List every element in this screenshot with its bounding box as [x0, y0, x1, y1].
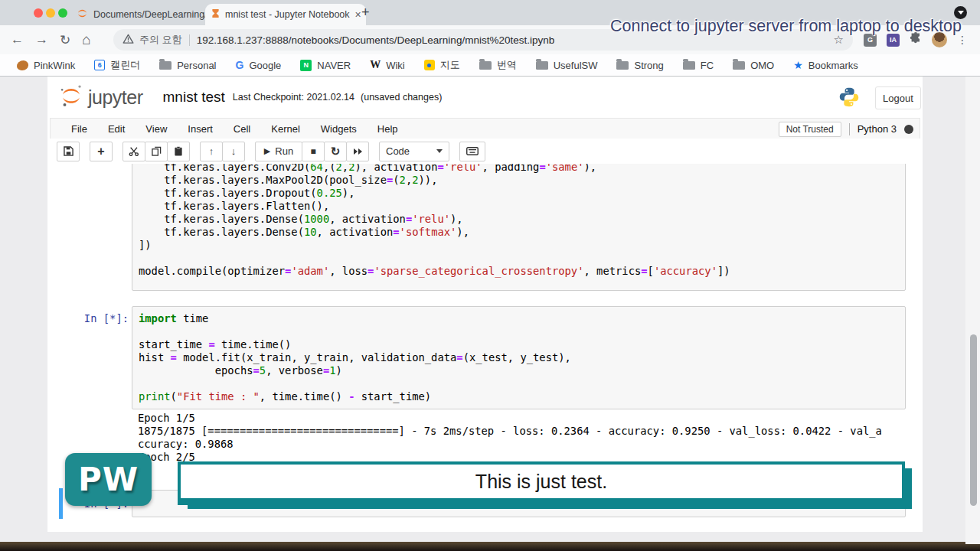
fast-forward-icon: [353, 148, 363, 155]
folder-icon: [536, 61, 548, 70]
bookmark-pinkwink[interactable]: PinkWink: [17, 60, 75, 71]
menu-widgets[interactable]: Widgets: [321, 123, 357, 135]
tab-close-icon[interactable]: ×: [355, 9, 361, 20]
collapse-circle-button[interactable]: [954, 6, 967, 19]
bookmark-omo[interactable]: OMO: [733, 60, 774, 71]
menu-edit[interactable]: Edit: [108, 123, 125, 135]
divider: [189, 34, 190, 46]
window-minimize-button[interactable]: [46, 8, 55, 18]
python-logo-icon: [838, 86, 860, 111]
restart-kernel-button[interactable]: ↻: [324, 142, 347, 161]
logout-button[interactable]: Logout: [875, 86, 921, 109]
bookmark-label: 번역: [497, 58, 517, 72]
cell-output: Epoch 1/51875/1875 [====================…: [138, 412, 882, 464]
jupyter-logo-icon[interactable]: [58, 83, 84, 112]
bookmark-label: PinkWink: [34, 60, 75, 71]
cut-cell-button[interactable]: [122, 142, 145, 161]
cell-prompt: In [*]:: [58, 312, 129, 325]
cell-type-dropdown[interactable]: Code: [379, 142, 449, 161]
bookmark-label: Bookmarks: [808, 60, 858, 71]
save-button[interactable]: [57, 142, 80, 161]
bookmark-label: OMO: [750, 60, 774, 71]
bookmark-calendar[interactable]: 6캘린더: [94, 58, 140, 72]
restart-run-all-button[interactable]: [346, 142, 369, 161]
bookmark-label: Wiki: [386, 60, 405, 71]
caption-banner: This is just test.: [178, 461, 905, 505]
menu-kernel[interactable]: Kernel: [271, 123, 300, 135]
back-icon[interactable]: ←: [11, 32, 24, 47]
bookmark-usefulsw[interactable]: UsefulSW: [536, 60, 598, 71]
kernel-busy-indicator-icon: [904, 125, 913, 134]
folder-icon: [733, 61, 745, 70]
run-cell-button[interactable]: ▶Run: [255, 142, 302, 161]
interrupt-kernel-button[interactable]: ■: [302, 142, 325, 161]
command-palette-button[interactable]: [459, 142, 485, 161]
chevron-down-icon: [436, 149, 443, 153]
paste-cell-button[interactable]: [167, 142, 190, 161]
browser-tab-notebook-active[interactable]: mnist test - Jupyter Notebook ×: [205, 4, 366, 25]
tab-title: Documents/DeepLearning/: [93, 9, 207, 20]
new-tab-button[interactable]: +: [361, 5, 370, 21]
cell-type-value: Code: [386, 145, 410, 157]
copy-cell-button[interactable]: [145, 142, 168, 161]
bookmark-naver[interactable]: NNAVER: [300, 60, 351, 71]
bookmark-label: UsefulSW: [554, 60, 598, 71]
bookmark-bookmarks[interactable]: ★Bookmarks: [793, 59, 858, 71]
wikipedia-icon: W: [370, 59, 381, 71]
bookmark-label: NAVER: [317, 60, 351, 71]
folder-icon: [479, 61, 492, 70]
checkpoint-text: Last Checkpoint: 2021.02.14: [233, 92, 354, 103]
bookmark-label: FC: [701, 60, 714, 71]
code-cell-input[interactable]: import time start_time = time.time()hist…: [132, 306, 906, 409]
code-cell-input[interactable]: tf.keras.layers.Conv2D(64,(2,2), activat…: [132, 152, 906, 291]
stop-icon: ■: [310, 146, 315, 157]
tab-title: mnist test - Jupyter Notebook: [225, 9, 350, 20]
bookmark-strong[interactable]: Strong: [616, 60, 663, 71]
pinkwink-icon: [17, 60, 28, 70]
move-cell-up-button[interactable]: ↑: [200, 142, 223, 161]
home-icon[interactable]: ⌂: [82, 31, 90, 48]
add-cell-button[interactable]: +: [90, 142, 113, 161]
caption-text: This is just test.: [475, 471, 607, 493]
not-trusted-button[interactable]: Not Trusted: [779, 122, 841, 137]
move-cell-down-button[interactable]: ↓: [222, 142, 245, 161]
unsaved-changes-text: (unsaved changes): [361, 92, 442, 103]
notebook-menubar: File Edit View Insert Cell Kernel Widget…: [50, 118, 920, 140]
menu-cell[interactable]: Cell: [234, 123, 250, 135]
folder-icon: [683, 61, 695, 70]
kernel-name: Python 3: [858, 123, 897, 135]
browser-tab-directory[interactable]: Documents/DeepLearning/ ×: [70, 4, 214, 25]
notebook-title[interactable]: mnist test: [163, 89, 225, 106]
bookmark-translate[interactable]: 번역: [479, 58, 517, 72]
bookmark-label: Google: [249, 60, 281, 71]
bookmark-label: 캘린더: [110, 58, 140, 72]
bookmark-map[interactable]: 지도: [424, 58, 460, 72]
forward-icon[interactable]: →: [35, 32, 48, 47]
naver-icon: N: [300, 60, 312, 71]
play-icon: ▶: [264, 146, 270, 156]
menu-insert[interactable]: Insert: [188, 123, 213, 135]
bookmark-wiki[interactable]: WWiki: [370, 59, 405, 71]
window-zoom-button[interactable]: [58, 8, 67, 18]
selected-cell-indicator: [59, 488, 63, 519]
bookmark-personal[interactable]: Personal: [159, 60, 216, 71]
bookmark-label: 지도: [440, 58, 460, 72]
menu-file[interactable]: File: [71, 123, 87, 135]
google-g-icon: G: [236, 59, 244, 71]
menu-help[interactable]: Help: [377, 123, 398, 135]
reload-icon[interactable]: ↻: [60, 32, 70, 48]
jupyter-logo-text[interactable]: jupyter: [88, 86, 143, 109]
screen: Documents/DeepLearning/ × mnist test - J…: [0, 0, 980, 551]
menu-view[interactable]: View: [145, 123, 167, 135]
keyboard-icon: [466, 147, 479, 155]
security-chip-label[interactable]: 주의 요함: [139, 33, 182, 47]
bookmark-label: Personal: [177, 60, 216, 71]
bookmark-google[interactable]: GGoogle: [236, 59, 282, 71]
bookmark-fc[interactable]: FC: [683, 60, 714, 71]
jupyter-favicon-icon: [77, 8, 88, 21]
folder-icon: [159, 61, 172, 70]
hourglass-busy-favicon-icon: [211, 8, 220, 21]
scrollbar-thumb[interactable]: [970, 334, 977, 506]
window-close-button[interactable]: [34, 8, 43, 18]
pw-logo-badge: PW: [65, 453, 152, 506]
